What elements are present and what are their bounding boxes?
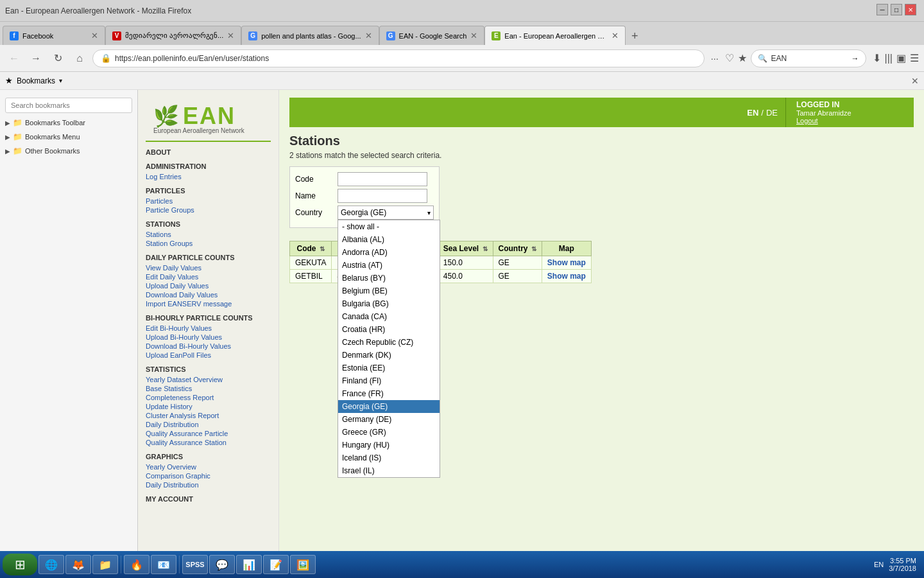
nav-edit-bihourly[interactable]: Edit Bi-Hourly Values — [146, 324, 271, 332]
new-tab-button[interactable]: + — [626, 27, 644, 45]
taskbar-outlook[interactable]: 📧 — [151, 555, 176, 574]
bookmarks-close-button[interactable]: ✕ — [911, 76, 919, 86]
dropdown-option-france[interactable]: France (FR) — [338, 387, 440, 400]
nav-yearly-overview[interactable]: Yearly Overview — [146, 463, 271, 471]
dropdown-option-austria[interactable]: Austria (AT) — [338, 259, 440, 272]
search-arrow[interactable]: → — [851, 54, 859, 63]
bookmarks-toolbar-item[interactable]: ▶ 📁 Bookmarks Toolbar — [0, 116, 137, 130]
nav-download-bihourly[interactable]: Download Bi-Hourly Values — [146, 342, 271, 350]
sidebar-icon[interactable]: ▣ — [896, 52, 906, 64]
dropdown-option-canada[interactable]: Canada (CA) — [338, 310, 440, 323]
dropdown-option-bulgaria[interactable]: Bulgaria (BG) — [338, 297, 440, 310]
taskbar-firefox[interactable]: 🦊 — [65, 555, 91, 574]
forward-button[interactable]: → — [27, 49, 45, 67]
bookmark-icon[interactable]: ♡ — [725, 52, 734, 64]
nav-base-statistics[interactable]: Base Statistics — [146, 385, 271, 392]
dropdown-option-iceland[interactable]: Iceland (IS) — [338, 451, 440, 464]
country-dropdown[interactable]: Georgia (GE) ▾ - show all - Albania (AL)… — [338, 206, 434, 220]
code-input[interactable] — [338, 172, 427, 186]
dropdown-option-czech[interactable]: Czech Republic (CZ) — [338, 336, 440, 349]
country-dropdown-list[interactable]: - show all - Albania (AL) Andorra (AD) A… — [338, 220, 440, 478]
dropdown-option-finland[interactable]: Finland (FI) — [338, 374, 440, 387]
nav-daily-distribution-stats[interactable]: Daily Distribution — [146, 421, 271, 428]
taskbar-word[interactable]: 📝 — [263, 555, 289, 574]
taskbar-thunderbird[interactable]: 🔥 — [124, 555, 150, 574]
show-map-link-1[interactable]: Show map — [547, 258, 586, 267]
taskbar-explorer[interactable]: 📁 — [92, 555, 118, 574]
nav-upload-daily[interactable]: Upload Daily Values — [146, 282, 271, 290]
nav-station-groups[interactable]: Station Groups — [146, 240, 271, 247]
nav-qa-station[interactable]: Quality Assurance Station — [146, 439, 271, 446]
star-icon[interactable]: ★ — [738, 52, 747, 64]
nav-daily-distribution-graphics[interactable]: Daily Distribution — [146, 481, 271, 489]
cell-map-2[interactable]: Show map — [542, 270, 591, 283]
dropdown-option-belgium[interactable]: Belgium (BE) — [338, 285, 440, 297]
tab-ean-search-close[interactable]: ✕ — [470, 31, 477, 40]
dropdown-option-israel[interactable]: Israel (IL) — [338, 464, 440, 477]
dropdown-option-show-all[interactable]: - show all - — [338, 220, 440, 233]
dropdown-option-belarus[interactable]: Belarus (BY) — [338, 272, 440, 285]
nav-upload-eanpoll[interactable]: Upload EanPoll Files — [146, 351, 271, 359]
col-country[interactable]: Country ⇅ — [493, 241, 542, 256]
search-box[interactable]: 🔍 EAN → — [751, 49, 866, 67]
download-icon[interactable]: ⬇ — [873, 52, 881, 64]
bookmarks-caret-icon[interactable]: ▾ — [59, 77, 62, 84]
dropdown-option-germany[interactable]: Germany (DE) — [338, 413, 440, 426]
dropdown-option-denmark[interactable]: Denmark (DK) — [338, 349, 440, 362]
close-button[interactable]: ✕ — [905, 4, 916, 15]
nav-particle-groups[interactable]: Particle Groups — [146, 206, 271, 214]
dropdown-option-hungary[interactable]: Hungary (HU) — [338, 439, 440, 451]
address-input[interactable]: 🔒 https://ean.polleninfo.eu/Ean/en/user/… — [92, 49, 705, 67]
lang-en[interactable]: EN — [747, 108, 758, 118]
minimize-button[interactable]: ─ — [877, 4, 888, 15]
dropdown-option-albania[interactable]: Albania (AL) — [338, 233, 440, 246]
dropdown-option-greece[interactable]: Greece (GR) — [338, 426, 440, 439]
tab-georgian-close[interactable]: ✕ — [227, 31, 234, 40]
nav-particles[interactable]: Particles — [146, 197, 271, 205]
cell-map-1[interactable]: Show map — [542, 256, 591, 270]
taskbar-skype[interactable]: 💬 — [209, 555, 235, 574]
nav-stations[interactable]: Stations — [146, 231, 271, 238]
library-icon[interactable]: ||| — [885, 53, 893, 64]
more-options-button[interactable]: ··· — [708, 53, 721, 64]
tab-pollen[interactable]: G pollen and plants atlas - Goog... ✕ — [241, 26, 379, 45]
nav-edit-daily[interactable]: Edit Daily Values — [146, 273, 271, 281]
dropdown-option-croatia[interactable]: Croatia (HR) — [338, 323, 440, 336]
nav-cluster-analysis[interactable]: Cluster Analysis Report — [146, 412, 271, 419]
home-button[interactable]: ⌂ — [71, 49, 89, 67]
nav-comparison-graphic[interactable]: Comparison Graphic — [146, 472, 271, 480]
start-button[interactable]: ⊞ — [3, 554, 37, 575]
tab-facebook-close[interactable]: ✕ — [91, 31, 98, 40]
col-code[interactable]: Code ⇅ — [290, 241, 332, 256]
country-dropdown-trigger[interactable]: Georgia (GE) ▾ — [338, 206, 434, 220]
name-input[interactable] — [338, 189, 427, 203]
bookmarks-search-input[interactable] — [5, 98, 132, 113]
lang-de[interactable]: DE — [766, 108, 778, 118]
nav-update-history[interactable]: Update History — [146, 403, 271, 410]
nav-qa-particle[interactable]: Quality Assurance Particle — [146, 430, 271, 437]
tab-pollen-close[interactable]: ✕ — [365, 31, 372, 40]
nav-download-daily[interactable]: Download Daily Values — [146, 291, 271, 299]
tab-ean-active-close[interactable]: ✕ — [612, 31, 619, 40]
maximize-button[interactable]: □ — [891, 4, 902, 15]
menu-icon[interactable]: ☰ — [910, 52, 919, 64]
back-button[interactable]: ← — [5, 49, 23, 67]
tab-georgian[interactable]: V მედიარელი აეროალრგენ... ✕ — [105, 26, 241, 45]
nav-log-entries[interactable]: Log Entries — [146, 173, 271, 180]
nav-yearly-dataset[interactable]: Yearly Dataset Overview — [146, 376, 271, 383]
dropdown-option-estonia[interactable]: Estonia (EE) — [338, 362, 440, 374]
tab-facebook[interactable]: f Facebook ✕ — [3, 26, 105, 45]
dropdown-option-andorra[interactable]: Andorra (AD) — [338, 246, 440, 259]
taskbar-ie[interactable]: 🌐 — [38, 555, 64, 574]
show-map-link-2[interactable]: Show map — [547, 272, 586, 281]
col-sea-level[interactable]: Sea Level ⇅ — [438, 241, 493, 256]
taskbar-photos[interactable]: 🖼️ — [290, 555, 316, 574]
dropdown-option-georgia[interactable]: Georgia (GE) — [338, 400, 440, 413]
tab-ean-search[interactable]: G EAN - Google Search ✕ — [379, 26, 485, 45]
nav-import-eanserv[interactable]: Import EANSERV message — [146, 300, 271, 308]
bookmarks-other-item[interactable]: ▶ 📁 Other Bookmarks — [0, 144, 137, 158]
logout-link[interactable]: Logout — [796, 117, 903, 125]
taskbar-excel[interactable]: 📊 — [236, 555, 262, 574]
bookmarks-label[interactable]: Bookmarks — [17, 76, 55, 85]
reload-button[interactable]: ↻ — [49, 49, 67, 67]
